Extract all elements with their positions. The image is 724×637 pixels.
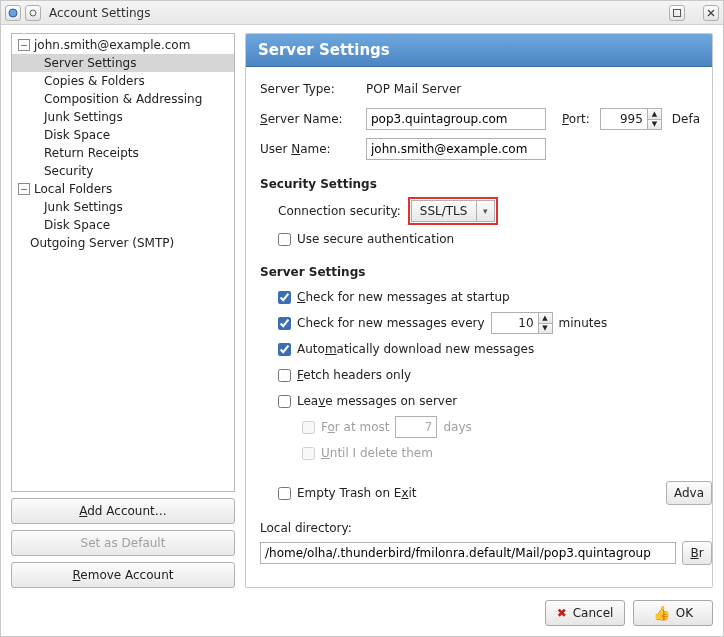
cancel-button[interactable]: ✖ Cancel xyxy=(545,600,625,626)
check-interval-stepper[interactable]: 10 ▲▼ xyxy=(491,312,553,334)
tree-item-server-settings[interactable]: Server Settings xyxy=(12,54,234,72)
connection-security-label: Connection security: xyxy=(278,204,401,218)
dialog-footer: ✖ Cancel 👍 OK xyxy=(11,596,713,626)
connection-security-value: SSL/TLS xyxy=(412,204,476,218)
svg-point-1 xyxy=(30,10,36,16)
server-name-label: Server Name: xyxy=(260,112,356,126)
spin-down-icon[interactable]: ▼ xyxy=(648,120,661,130)
leave-on-server-checkbox[interactable]: Leave messages on server xyxy=(278,391,712,411)
empty-trash-checkbox[interactable]: Empty Trash on Exit xyxy=(278,483,656,503)
server-type-value: POP Mail Server xyxy=(366,82,461,96)
close-icon[interactable] xyxy=(703,5,719,21)
server-settings-heading: Server Settings xyxy=(260,265,712,279)
svg-point-0 xyxy=(9,9,17,17)
until-delete-checkbox: Until I delete them xyxy=(278,443,712,463)
local-dir-input[interactable] xyxy=(260,542,676,564)
ok-icon: 👍 xyxy=(653,605,670,621)
default-port-label: Defa xyxy=(672,112,700,126)
spin-up-icon[interactable]: ▲ xyxy=(648,109,661,120)
for-at-most-row: For at most days xyxy=(278,417,712,437)
collapse-icon[interactable]: − xyxy=(18,39,30,51)
app-menu-icon[interactable] xyxy=(5,5,21,21)
tree-item-copies-folders[interactable]: Copies & Folders xyxy=(12,72,234,90)
tree-item-local-disk[interactable]: Disk Space xyxy=(12,216,234,234)
port-value: 995 xyxy=(601,109,647,129)
check-every-row[interactable]: Check for new messages every 10 ▲▼ minut… xyxy=(278,313,712,333)
tree-item-smtp[interactable]: Outgoing Server (SMTP) xyxy=(12,234,234,252)
window-pin-icon[interactable] xyxy=(25,5,41,21)
tree-label: Local Folders xyxy=(34,182,112,196)
check-startup-checkbox[interactable]: Check for new messages at startup xyxy=(278,287,712,307)
settings-pane: Server Settings Server Type: POP Mail Se… xyxy=(245,33,713,588)
cancel-icon: ✖ xyxy=(557,606,567,620)
window-title: Account Settings xyxy=(49,6,150,20)
advanced-button[interactable]: Adva xyxy=(666,481,712,505)
account-tree[interactable]: − john.smith@example.com Server Settings… xyxy=(11,33,235,492)
tree-local-folders-root[interactable]: − Local Folders xyxy=(12,180,234,198)
tree-item-security[interactable]: Security xyxy=(12,162,234,180)
add-account-button[interactable]: Add Account… xyxy=(11,498,235,524)
tree-item-composition[interactable]: Composition & Addressing xyxy=(12,90,234,108)
auto-download-checkbox[interactable]: Automatically download new messages xyxy=(278,339,712,359)
maximize-icon[interactable] xyxy=(669,5,685,21)
browse-button[interactable]: Br xyxy=(682,541,712,565)
tree-item-local-junk[interactable]: Junk Settings xyxy=(12,198,234,216)
spin-up-icon[interactable]: ▲ xyxy=(539,313,552,324)
port-stepper[interactable]: 995 ▲▼ xyxy=(600,108,662,130)
svg-rect-2 xyxy=(674,9,681,16)
tree-account-root[interactable]: − john.smith@example.com xyxy=(12,36,234,54)
security-heading: Security Settings xyxy=(260,177,712,191)
titlebar: Account Settings xyxy=(1,1,723,25)
fetch-headers-checkbox[interactable]: Fetch headers only xyxy=(278,365,712,385)
port-label: Port: xyxy=(562,112,590,126)
set-default-button: Set as Default xyxy=(11,530,235,556)
tree-item-return-receipts[interactable]: Return Receipts xyxy=(12,144,234,162)
connection-security-dropdown[interactable]: SSL/TLS ▾ xyxy=(411,200,495,222)
local-dir-label: Local directory: xyxy=(260,521,712,535)
collapse-icon[interactable]: − xyxy=(18,183,30,195)
server-name-input[interactable] xyxy=(366,108,546,130)
chevron-down-icon: ▾ xyxy=(476,201,494,221)
tree-item-junk[interactable]: Junk Settings xyxy=(12,108,234,126)
user-name-label: User Name: xyxy=(260,142,356,156)
for-at-most-input xyxy=(395,416,437,438)
pane-heading: Server Settings xyxy=(246,34,712,67)
tree-item-disk-space[interactable]: Disk Space xyxy=(12,126,234,144)
account-settings-window: Account Settings − john.smith@example.co… xyxy=(0,0,724,637)
remove-account-button[interactable]: Remove Account xyxy=(11,562,235,588)
ok-button[interactable]: 👍 OK xyxy=(633,600,713,626)
user-name-input[interactable] xyxy=(366,138,546,160)
secure-auth-checkbox[interactable]: Use secure authentication xyxy=(278,229,712,249)
server-type-label: Server Type: xyxy=(260,82,356,96)
tree-label: john.smith@example.com xyxy=(34,38,190,52)
spin-down-icon[interactable]: ▼ xyxy=(539,324,552,334)
tree-label: Outgoing Server (SMTP) xyxy=(30,236,174,250)
